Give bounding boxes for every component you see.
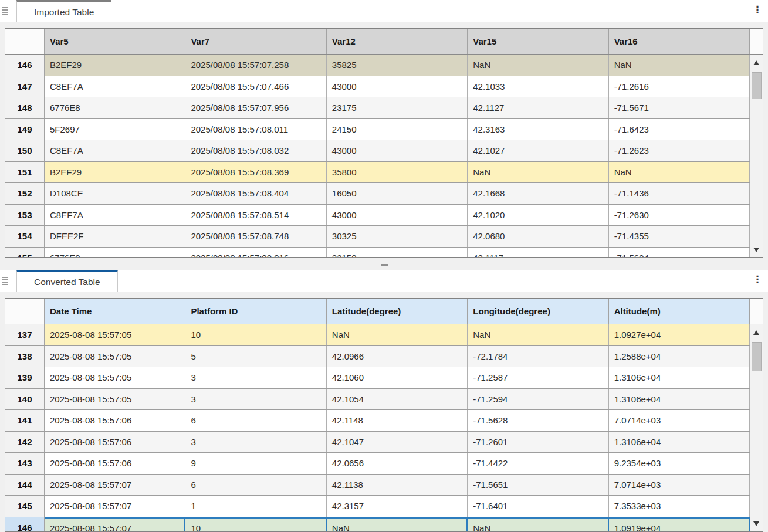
row-number-cell[interactable]: 137 <box>5 324 45 345</box>
row-number-cell[interactable]: 148 <box>5 97 45 118</box>
table-cell[interactable]: -71.2587 <box>468 367 608 388</box>
table-cell[interactable]: 2025/08/08 15:57:08.916 <box>185 248 326 259</box>
table-cell[interactable]: 42.1047 <box>327 432 468 453</box>
row-number-cell[interactable]: 147 <box>5 76 45 97</box>
table-cell[interactable]: 2025/08/08 15:57:08.032 <box>185 140 326 161</box>
table-cell[interactable]: 5 <box>185 346 326 367</box>
table-cell[interactable]: NaN <box>468 162 608 183</box>
table-cell[interactable]: 42.1054 <box>327 389 468 410</box>
table-cell[interactable]: NaN <box>609 55 750 76</box>
table-cell[interactable]: -71.2594 <box>468 389 608 410</box>
table-cell[interactable]: 42.1027 <box>468 140 608 161</box>
table-cell[interactable]: 6776E8 <box>45 248 185 259</box>
table-cell[interactable]: -71.5628 <box>468 410 608 431</box>
header-corner-cell[interactable] <box>5 299 45 324</box>
table-cell[interactable]: -71.4422 <box>468 453 608 474</box>
row-number-cell[interactable]: 140 <box>5 389 45 410</box>
more-options-icon[interactable]: ⋮ <box>752 272 763 287</box>
table-cell[interactable]: 2025-08-08 15:57:05 <box>45 324 185 345</box>
table-cell[interactable]: B2EF29 <box>45 162 185 183</box>
table-cell[interactable]: NaN <box>609 162 750 183</box>
table-cell[interactable]: 10 <box>185 324 326 345</box>
table-cell[interactable]: 16050 <box>327 183 468 204</box>
row-number-cell[interactable]: 143 <box>5 453 45 474</box>
column-header[interactable]: Date Time <box>45 299 185 324</box>
table-cell[interactable]: 23175 <box>327 97 468 118</box>
table-cell[interactable]: 3 <box>185 367 326 388</box>
row-number-cell[interactable]: 141 <box>5 410 45 431</box>
table-cell[interactable]: 3 <box>185 389 326 410</box>
table-cell[interactable]: 2025/08/08 15:57:08.748 <box>185 226 326 247</box>
table-cell[interactable]: 2025-08-08 15:57:05 <box>45 367 185 388</box>
table-cell[interactable]: 2025/08/08 15:57:08.011 <box>185 119 326 140</box>
row-number-cell[interactable]: 145 <box>5 496 45 517</box>
table-cell[interactable]: 2025-08-08 15:57:06 <box>45 432 185 453</box>
table-cell[interactable]: 6776E8 <box>45 97 185 118</box>
table-cell[interactable]: 2025-08-08 15:57:05 <box>45 389 185 410</box>
table-cell[interactable]: 6 <box>185 475 326 496</box>
table-cell[interactable]: 1 <box>185 496 326 517</box>
column-header[interactable]: Longitude(degree) <box>468 299 608 324</box>
scroll-up-icon[interactable] <box>750 326 763 340</box>
scroll-down-icon[interactable] <box>750 516 763 530</box>
scrollbar-thumb[interactable] <box>752 72 762 99</box>
table-cell[interactable]: 7.0714e+03 <box>609 410 750 431</box>
table-cell[interactable]: 10 <box>185 517 326 532</box>
table-cell[interactable]: 9 <box>185 453 326 474</box>
splitter-handle-icon[interactable] <box>381 264 388 266</box>
table-cell[interactable]: 42.1127 <box>468 97 608 118</box>
table-cell[interactable]: NaN <box>327 324 468 345</box>
table-cell[interactable]: 42.1060 <box>327 367 468 388</box>
table-cell[interactable]: 2025-08-08 15:57:06 <box>45 453 185 474</box>
column-header[interactable]: Platform ID <box>185 299 326 324</box>
table-cell[interactable]: 5F2697 <box>45 119 185 140</box>
table-cell[interactable]: D108CE <box>45 183 185 204</box>
table-cell[interactable]: 2025/08/08 15:57:08.369 <box>185 162 326 183</box>
table-cell[interactable]: 42.1117 <box>468 248 608 259</box>
row-number-cell[interactable]: 152 <box>5 183 45 204</box>
table-cell[interactable]: 42.1148 <box>327 410 468 431</box>
table-cell[interactable]: 1.3106e+04 <box>609 367 750 388</box>
table-cell[interactable]: 2025/08/08 15:57:07.956 <box>185 97 326 118</box>
table-cell[interactable]: 42.1138 <box>327 475 468 496</box>
row-number-cell[interactable]: 146 <box>5 517 45 532</box>
table-cell[interactable]: C8EF7A <box>45 76 185 97</box>
table-cell[interactable]: 7.0714e+03 <box>609 475 750 496</box>
row-number-cell[interactable]: 138 <box>5 346 45 367</box>
table-cell[interactable]: 2025-08-08 15:57:07 <box>45 475 185 496</box>
column-header[interactable]: Var7 <box>185 29 326 54</box>
scrollbar-thumb[interactable] <box>752 342 762 371</box>
row-number-cell[interactable]: 155 <box>5 248 45 259</box>
table-cell[interactable]: 2025-08-08 15:57:07 <box>45 496 185 517</box>
table-cell[interactable]: DFEE2F <box>45 226 185 247</box>
row-number-cell[interactable]: 153 <box>5 205 45 226</box>
table-cell[interactable]: 43000 <box>327 205 468 226</box>
panel-grip-icon[interactable] <box>0 270 11 292</box>
table-cell[interactable]: 7.3533e+03 <box>609 496 750 517</box>
column-header[interactable]: Var15 <box>468 29 608 54</box>
row-number-cell[interactable]: 144 <box>5 475 45 496</box>
vertical-scrollbar[interactable] <box>750 324 763 531</box>
table-cell[interactable]: -71.1436 <box>609 183 750 204</box>
table-cell[interactable]: 2025/08/08 15:57:07.258 <box>185 55 326 76</box>
table-cell[interactable]: NaN <box>468 517 608 532</box>
table-cell[interactable]: C8EF7A <box>45 205 185 226</box>
table-cell[interactable]: -71.4355 <box>609 226 750 247</box>
table-cell[interactable]: 1.3106e+04 <box>609 389 750 410</box>
table-cell[interactable]: 43000 <box>327 140 468 161</box>
column-header[interactable]: Var12 <box>327 29 468 54</box>
table-cell[interactable]: 35825 <box>327 55 468 76</box>
table-cell[interactable]: 2025-08-08 15:57:05 <box>45 346 185 367</box>
table-cell[interactable]: 35800 <box>327 162 468 183</box>
table-cell[interactable]: 42.0656 <box>327 453 468 474</box>
row-number-cell[interactable]: 139 <box>5 367 45 388</box>
table-cell[interactable]: 9.2354e+03 <box>609 453 750 474</box>
table-cell[interactable]: 1.0919e+04 <box>609 517 750 532</box>
row-number-cell[interactable]: 150 <box>5 140 45 161</box>
table-cell[interactable]: -71.6423 <box>609 119 750 140</box>
column-header[interactable]: Latitude(degree) <box>327 299 468 324</box>
row-number-cell[interactable]: 154 <box>5 226 45 247</box>
table-cell[interactable]: 2025/08/08 15:57:08.514 <box>185 205 326 226</box>
table-cell[interactable]: NaN <box>468 55 608 76</box>
table-cell[interactable]: 6 <box>185 410 326 431</box>
